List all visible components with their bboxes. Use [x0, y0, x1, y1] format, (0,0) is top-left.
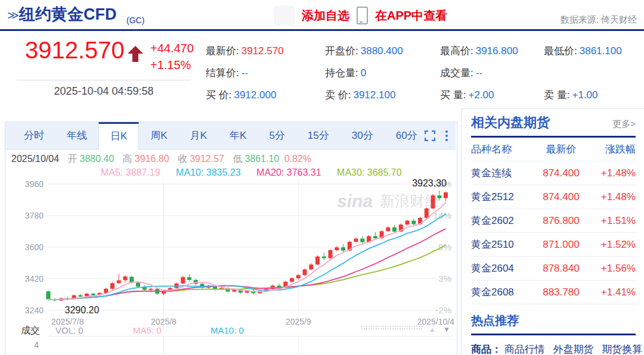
quote-timestamp: 2025-10-04 04:59:58	[17, 80, 191, 98]
field-bid: 买 价:3912.000	[206, 88, 276, 102]
more-link[interactable]: 更多>	[612, 119, 636, 130]
table-row[interactable]: 黄金2512874.400+1.48%	[471, 185, 636, 209]
pct-axis-label: 14%	[434, 210, 451, 220]
page-title: 纽约黄金CFD	[19, 4, 117, 25]
hot-recommend-title: 热点推荐	[471, 313, 636, 329]
low-annotation: 3290.20	[65, 305, 100, 315]
title-marker-icon: ≫	[7, 8, 19, 22]
scroll-down-icon: ▼	[443, 325, 450, 334]
vol-ma10: MA10: 0	[210, 325, 244, 335]
price-axis-label: 3960	[25, 179, 44, 189]
pct-axis-label: -2%	[435, 305, 451, 315]
tab-yearline[interactable]: 年线	[55, 122, 98, 149]
field-settle: 结算价:--	[206, 66, 248, 80]
ma5-line	[48, 203, 446, 300]
tab-5min[interactable]: 5分	[258, 122, 296, 149]
fullscreen-icon[interactable]	[425, 130, 435, 141]
kebab-menu-icon[interactable]	[445, 130, 448, 142]
scroll-up-icon: ▲	[429, 325, 436, 334]
symbol-code: (GC)	[126, 15, 144, 25]
link-commodity-quotes[interactable]: 商品行情	[504, 344, 545, 355]
add-watchlist-icon[interactable]	[274, 6, 295, 25]
field-high: 最高价:3916.800	[440, 44, 518, 58]
add-watchlist-button[interactable]: 添加自选	[302, 8, 349, 24]
futures-table-header: 品种名称 最新价 涨跌幅	[471, 138, 636, 161]
field-ask-size: 卖 量:+1.00	[544, 88, 597, 102]
page: ≫ 纽约黄金CFD (GC) 添加自选 在APP中查看 数据来源: 倚天财经 3…	[0, 0, 644, 355]
ohlc-legend: 2025/10/04 开3880.40 高3916.80 收3912.57 低3…	[11, 153, 311, 166]
last-price: 3912.570	[25, 37, 125, 64]
chart-scrollbar[interactable]: ▲ ▼	[361, 325, 450, 334]
hot-title-underline	[471, 334, 636, 335]
phone-icon	[357, 7, 368, 24]
price-axis-label: 3600	[25, 242, 44, 252]
table-row[interactable]: 黄金2602876.800+1.51%	[471, 209, 636, 233]
field-low: 最低价:3861.100	[544, 44, 622, 58]
link-foreign-futures[interactable]: 外盘期货	[553, 344, 593, 355]
related-futures-panel: 相关内盘期货 更多> 品种名称 最新价 涨跌幅 黄金连续874.400+1.48…	[461, 108, 644, 355]
candlestick-chart[interactable]: 39603780360034203240 sina 新浪财经20%14%9%3%…	[5, 175, 456, 355]
vol-ma5: MA5: 0	[133, 325, 162, 335]
price-up-arrow-icon	[127, 45, 144, 63]
table-row[interactable]: 黄金连续874.400+1.48%	[471, 161, 636, 185]
tab-weekly-k[interactable]: 周K	[139, 122, 178, 149]
header-divider	[0, 29, 644, 31]
field-open-interest: 持仓量:0	[325, 66, 366, 80]
x-axis-label: 2025/9	[286, 317, 311, 326]
tab-monthly-k[interactable]: 月K	[179, 122, 218, 149]
pct-axis-label: 3%	[438, 273, 451, 284]
tab-30min[interactable]: 30分	[340, 122, 385, 149]
hot-links-label: 商品：	[471, 344, 501, 355]
hot-links-row: 商品： 商品行情 外盘期货 期货换算	[471, 342, 636, 355]
price-axis-label: 3780	[25, 211, 44, 220]
vol-pane-label: 成交	[21, 325, 40, 335]
tab-15min[interactable]: 15分	[296, 122, 340, 149]
pct-axis-label: 9%	[438, 242, 451, 252]
tab-daily-k[interactable]: 日K	[98, 122, 139, 150]
link-futures-converter[interactable]: 期货换算	[602, 344, 642, 355]
side-panel-title: 相关内盘期货	[471, 114, 550, 132]
view-in-app-link[interactable]: 在APP中查看	[375, 8, 447, 24]
tab-60min[interactable]: 60分	[385, 122, 429, 149]
period-tabbar: 分时 年线 日K 周K 月K 年K 5分 15分 30分 60分	[5, 122, 456, 150]
sina-watermark: sina 新浪财经	[337, 191, 439, 211]
field-ask: 卖 价:3912.100	[325, 88, 395, 102]
field-last: 最新价:3912.570	[206, 44, 284, 58]
vol-axis-tick: 4	[34, 340, 39, 350]
table-row[interactable]: 黄金2510871.000+1.52%	[471, 233, 636, 257]
vol-value: VOL: 0	[55, 325, 83, 335]
field-bid-size: 买 量:+2.00	[440, 88, 494, 102]
table-row[interactable]: 黄金2608883.780+1.41%	[471, 281, 636, 304]
table-row[interactable]: 黄金2604878.840+1.56%	[471, 257, 636, 281]
svg-text:sina: sina	[337, 191, 373, 211]
field-volume: 成交量:--	[440, 66, 482, 80]
svg-text:新浪财经: 新浪财经	[380, 192, 439, 209]
data-source-label: 数据来源: 倚天财经	[561, 14, 637, 26]
price-axis-label: 3420	[25, 274, 44, 284]
kline-panel: 分时 年线 日K 周K 月K 年K 5分 15分 30分 60分 20	[5, 122, 457, 355]
tab-minute[interactable]: 分时	[13, 122, 55, 149]
high-annotation: 3923.30	[412, 178, 447, 188]
price-change-pct: +1.15%	[150, 58, 191, 72]
tab-yearly-k[interactable]: 年K	[218, 122, 258, 149]
price-change: +44.470	[150, 42, 194, 55]
header-actions: 添加自选 在APP中查看	[274, 6, 447, 25]
price-axis-label: 3240	[25, 306, 44, 315]
field-open: 开盘价:3880.400	[325, 44, 403, 58]
